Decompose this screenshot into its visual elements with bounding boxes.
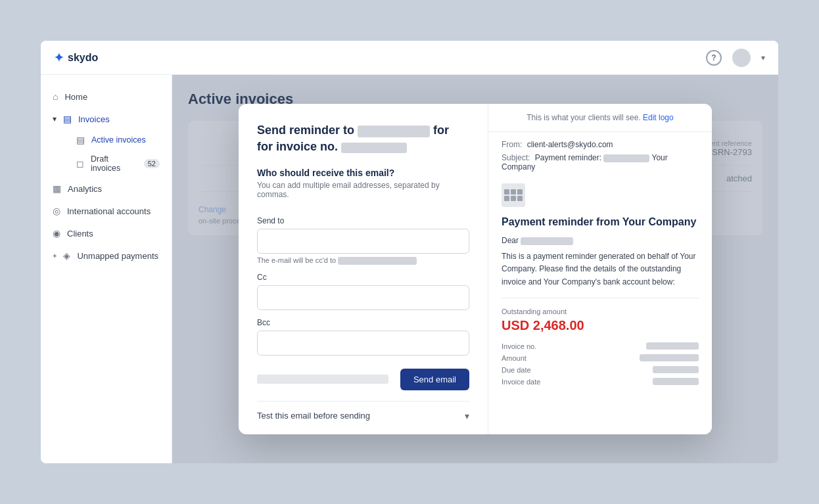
bcc-input[interactable]: [257, 331, 469, 355]
detail-label-due: Due date: [502, 366, 531, 374]
send-email-button[interactable]: Send email: [400, 369, 469, 390]
help-icon[interactable]: ?: [706, 50, 722, 66]
test-label: Test this email before sending: [257, 411, 370, 421]
main-layout: ⌂ Home ▾ ▤ Invoices ▤ Active invoices ◻ …: [41, 75, 778, 463]
sidebar-item-label: Unmapped payments: [77, 251, 158, 261]
logo-dot: [504, 189, 509, 195]
bcc-label: Bcc: [257, 318, 469, 327]
sidebar-item-analytics[interactable]: ▦ Analytics: [41, 177, 172, 200]
sidebar-item-label: International accounts: [67, 206, 151, 216]
sidebar-item-unmapped[interactable]: + ◈ Unmapped payments: [41, 244, 172, 267]
expand-icon: +: [53, 252, 57, 260]
sidebar-sub-invoices: ▤ Active invoices ◻ Draft invoices 52: [41, 130, 172, 177]
outstanding-amount: USD 2,468.00: [502, 318, 699, 333]
sidebar-item-label: Clients: [67, 229, 93, 239]
who-sub: You can add multiple email addresses, se…: [257, 181, 469, 199]
detail-label-amount: Amount: [502, 354, 526, 362]
detail-row-due: Due date: [502, 366, 699, 374]
sidebar-item-label: Analytics: [68, 184, 102, 194]
email-title: Payment reminder from Your Company: [502, 216, 699, 228]
action-row: Send email: [257, 369, 469, 390]
cc-label: Cc: [257, 273, 469, 282]
modal-left-panel: Send reminder to for for invoice no. Who…: [239, 104, 488, 434]
who-label: Who should receive this email?: [257, 168, 469, 178]
dear-line: Dear: [502, 236, 699, 245]
account-chevron-icon[interactable]: ▾: [761, 53, 765, 62]
from-row: From: client-alerts@skydo.com: [502, 140, 699, 149]
dear-redacted: [521, 237, 573, 245]
active-invoices-icon: ▤: [76, 135, 85, 145]
checkbox-redacted: [257, 375, 388, 384]
detail-value-due: [653, 366, 699, 373]
top-nav: ✦ skydo ? ▾: [41, 41, 778, 75]
cc-input[interactable]: [257, 285, 469, 310]
logo-icon: ✦: [54, 51, 64, 65]
detail-row-invoice: Invoice no.: [502, 342, 699, 350]
detail-label-invoice-date: Invoice date: [502, 378, 540, 386]
collapse-icon: ▾: [53, 114, 57, 124]
email-preview-header: This is what your clients will see. Edit…: [488, 104, 712, 132]
sidebar-item-international[interactable]: ◎ International accounts: [41, 200, 172, 222]
modal-title: Send reminder to for for invoice no.: [257, 122, 469, 155]
sidebar-item-clients[interactable]: ◉ Clients: [41, 222, 172, 244]
detail-row-amount: Amount: [502, 354, 699, 362]
draft-invoices-badge: 52: [144, 159, 160, 168]
sidebar: ⌂ Home ▾ ▤ Invoices ▤ Active invoices ◻ …: [41, 75, 172, 463]
email-body-text: This is a payment reminder generated on …: [502, 250, 699, 288]
detail-row-invoice-date: Invoice date: [502, 378, 699, 386]
logo-dot: [511, 189, 516, 195]
email-meta: From: client-alerts@skydo.com Subject: P…: [488, 132, 712, 172]
send-to-label: Send to: [257, 216, 469, 225]
content-area: Active invoices Settlement reference SRN…: [172, 75, 778, 463]
modal-overlay: Send reminder to for for invoice no. Who…: [172, 75, 778, 463]
email-body: Payment reminder from Your Company Dear …: [488, 175, 712, 403]
send-reminder-modal: Send reminder to for for invoice no. Who…: [239, 104, 712, 434]
invoice-details: Invoice no. Amount Due date: [502, 342, 699, 386]
test-chevron-icon: ▾: [465, 411, 469, 421]
recipient-redacted: [358, 126, 430, 137]
divider: [502, 298, 699, 298]
subject-row: Subject: Payment reminder: Your Company: [502, 153, 699, 172]
sidebar-item-home[interactable]: ⌂ Home: [41, 85, 172, 108]
sidebar-item-invoices[interactable]: ▾ ▤ Invoices: [41, 108, 172, 130]
detail-value-amount: [640, 354, 699, 361]
sidebar-item-label: Active invoices: [91, 135, 146, 145]
sidebar-item-active-invoices[interactable]: ▤ Active invoices: [64, 130, 172, 150]
logo-dots: [504, 189, 523, 201]
logo-dot: [504, 196, 509, 201]
modal-right-panel: This is what your clients will see. Edit…: [488, 104, 712, 434]
detail-value-invoice-date: [653, 378, 699, 385]
logo-dot: [517, 189, 523, 195]
cc-note: The e-mail will be cc'd to: [257, 256, 469, 265]
outstanding-label: Outstanding amount: [502, 308, 699, 315]
logo: ✦ skydo: [54, 51, 98, 65]
international-icon: ◎: [53, 206, 60, 216]
detail-label-invoice: Invoice no.: [502, 342, 536, 350]
logo-text: skydo: [68, 52, 98, 64]
draft-invoices-icon: ◻: [76, 158, 84, 169]
sidebar-item-label: Home: [64, 92, 87, 102]
detail-value-invoice: [646, 342, 699, 350]
edit-logo-link[interactable]: Edit logo: [643, 113, 674, 122]
home-icon: ⌂: [53, 91, 58, 102]
analytics-icon: ▦: [53, 183, 61, 194]
cc-email-redacted: [338, 257, 417, 265]
from-value: client-alerts@skydo.com: [527, 140, 613, 149]
sidebar-item-label: Invoices: [78, 114, 110, 124]
sidebar-item-draft-invoices[interactable]: ◻ Draft invoices 52: [64, 150, 172, 177]
nav-right: ? ▾: [706, 49, 765, 67]
invoice-no-redacted: [341, 143, 407, 153]
invoices-icon: ▤: [63, 114, 72, 124]
logo-dot: [517, 196, 523, 201]
company-logo-placeholder: [502, 183, 525, 207]
logo-dot: [511, 196, 516, 201]
send-to-input[interactable]: [257, 229, 469, 254]
unmapped-icon: ◈: [63, 250, 70, 261]
subject-redacted: [603, 154, 649, 162]
avatar[interactable]: [732, 49, 751, 67]
sidebar-item-label: Draft invoices: [91, 154, 137, 173]
test-section[interactable]: Test this email before sending ▾: [257, 401, 469, 421]
clients-icon: ◉: [53, 228, 60, 239]
app-shell: ✦ skydo ? ▾ ⌂ Home ▾ ▤ Invoices: [41, 41, 778, 463]
